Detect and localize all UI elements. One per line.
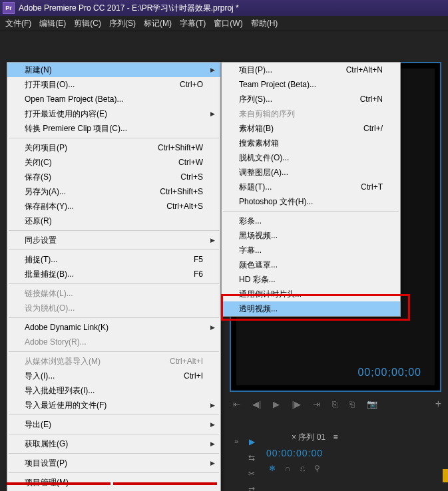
file-menu-item: 设为脱机(O)... (7, 301, 220, 315)
menu-item-label: 从媒体浏览器导入(M) (25, 356, 101, 367)
app-logo: Pr (3, 2, 15, 14)
timeline-timecode[interactable]: 00:00:00:00 (266, 448, 323, 458)
file-menu-item[interactable]: 项目设置(P)▶ (7, 456, 220, 470)
menu-sequence[interactable]: 序列(S) (105, 17, 140, 31)
new-menu-item[interactable]: 彩条... (222, 214, 400, 228)
settings-icon[interactable]: ⚲ (314, 464, 320, 473)
slip-tool-icon[interactable]: ⇄ (248, 485, 255, 491)
marker-icon[interactable]: ∩ (285, 464, 291, 473)
ripple-tool-icon[interactable]: ✂ (248, 469, 255, 478)
timeline-snap-icons: ❄ ∩ ⎌ ⚲ (269, 464, 320, 473)
menu-item-label: 获取属性(G) (25, 438, 68, 450)
file-menu-item[interactable]: 导入批处理列表(I)... (7, 383, 220, 398)
menu-shortcut: Ctrl+Alt+S (166, 202, 203, 211)
menu-item-label: 序列(S)... (239, 94, 272, 105)
play-icon[interactable]: ▶ (273, 399, 280, 409)
new-menu-item[interactable]: 标题(T)...Ctrl+T (222, 180, 400, 194)
export-frame-icon[interactable]: 📷 (367, 399, 377, 409)
sequence-tab[interactable]: × 序列 01 ≡ (292, 432, 337, 443)
snap-icon[interactable]: ❄ (269, 464, 276, 473)
track-select-icon[interactable]: ⇆ (248, 453, 255, 462)
file-menu-item[interactable]: 关闭(C)Ctrl+W (7, 155, 220, 170)
file-menu-item[interactable]: Adobe Dynamic Link(K)▶ (7, 320, 220, 335)
new-menu-item[interactable]: 序列(S)...Ctrl+N (222, 92, 400, 106)
menu-shortcut: F6 (194, 269, 203, 279)
menu-file[interactable]: 文件(F) (1, 17, 35, 31)
file-menu-item[interactable]: 保存(S)Ctrl+S (7, 170, 220, 184)
file-menu-item[interactable]: 新建(N)▶ (7, 63, 220, 77)
file-menu-item[interactable]: 关闭项目(P)Ctrl+Shift+W (7, 140, 220, 155)
file-menu-item[interactable]: 打开项目(O)...Ctrl+O (7, 77, 220, 92)
menu-marker[interactable]: 标记(M) (140, 17, 176, 31)
file-menu-item[interactable]: 保存副本(Y)...Ctrl+Alt+S (7, 199, 220, 214)
file-menu-item[interactable]: 同步设置▶ (7, 233, 220, 247)
file-menu-item[interactable]: 导出(E)▶ (7, 417, 220, 432)
new-menu-item[interactable]: 项目(P)...Ctrl+Alt+N (222, 63, 400, 77)
file-menu: 新建(N)▶打开项目(O)...Ctrl+OOpen Team Project … (7, 62, 221, 491)
step-fwd-icon[interactable]: |▶ (292, 399, 300, 409)
menu-item-label: 通用倒计时片头... (239, 289, 302, 300)
file-menu-item[interactable]: 捕捉(T)...F5 (7, 252, 220, 267)
new-menu-item[interactable]: Team Project (Beta)... (222, 77, 400, 92)
menu-item-label: Open Team Project (Beta)... (25, 94, 124, 104)
menu-item-label: 导入批处理列表(I)... (25, 385, 95, 397)
new-menu-item[interactable]: 黑场视频... (222, 228, 400, 243)
menu-help[interactable]: 帮助(H) (247, 17, 282, 31)
add-button-icon[interactable]: + (435, 398, 441, 410)
file-menu-item[interactable]: 打开最近使用的内容(E)▶ (7, 106, 220, 121)
new-menu-item[interactable]: 搜索素材箱 (222, 136, 400, 150)
file-menu-item[interactable]: Open Team Project (Beta)... (7, 92, 220, 106)
file-menu-item[interactable]: 批量捕捉(B)...F6 (7, 267, 220, 281)
new-menu-item[interactable]: 通用倒计时片头... (222, 287, 400, 301)
new-menu-item[interactable]: 字幕... (222, 243, 400, 257)
selection-tool-icon[interactable]: ▶ (249, 437, 255, 446)
new-menu-item: 来自剪辑的序列 (222, 106, 400, 121)
menu-item-label: 转换 Premiere Clip 项目(C)... (25, 123, 127, 134)
new-menu-item[interactable]: Photoshop 文件(H)... (222, 194, 400, 209)
menu-item-label: Photoshop 文件(H)... (239, 196, 313, 208)
goto-in-icon[interactable]: ⇤ (233, 399, 240, 409)
menu-item-label: 关闭(C) (25, 157, 52, 168)
file-menu-item: 从媒体浏览器导入(M)Ctrl+Alt+I (7, 354, 220, 369)
file-menu-item[interactable]: 另存为(A)...Ctrl+Shift+S (7, 184, 220, 199)
file-menu-item[interactable]: 获取属性(G)▶ (7, 436, 220, 451)
menu-shortcut: Ctrl+S (180, 172, 203, 182)
lift-icon[interactable]: ⎘ (332, 399, 337, 409)
menu-subtitle[interactable]: 字幕(T) (176, 17, 210, 31)
chevron-right-icon[interactable]: » (234, 437, 238, 445)
menu-item-label: 同步设置 (25, 235, 57, 246)
extract-icon[interactable]: ⎗ (349, 399, 355, 409)
menu-item-label: 脱机文件(O)... (239, 152, 289, 164)
menu-shortcut: Ctrl+/ (363, 124, 383, 133)
file-menu-item[interactable]: 还原(R) (7, 214, 220, 228)
submenu-arrow-icon: ▶ (210, 402, 215, 409)
panel-expand-arrows[interactable]: » (232, 437, 241, 445)
new-menu-item[interactable]: HD 彩条... (222, 272, 400, 287)
tab-menu-icon[interactable]: ≡ (333, 432, 337, 442)
menu-item-label: HD 彩条... (239, 274, 276, 285)
menu-shortcut: Ctrl+O (180, 80, 203, 89)
menu-edit[interactable]: 编辑(E) (35, 17, 70, 31)
file-menu-item[interactable]: 转换 Premiere Clip 项目(C)... (7, 121, 220, 136)
menu-item-label: 设为脱机(O)... (25, 303, 75, 314)
submenu-arrow-icon: ▶ (210, 324, 215, 331)
new-menu-item[interactable]: 素材箱(B)Ctrl+/ (222, 121, 400, 136)
transport-bar: ⇤ ◀| ▶ |▶ ⇥ ⎘ ⎗ 📷 + (233, 396, 441, 412)
file-menu-item[interactable]: 导入最近使用的文件(F)▶ (7, 398, 220, 412)
bottom-strip (7, 482, 220, 491)
submenu-arrow-icon: ▶ (210, 440, 215, 447)
new-menu-item[interactable]: 调整图层(A)... (222, 165, 400, 180)
new-menu-item[interactable]: 颜色遮罩... (222, 257, 400, 272)
goto-out-icon[interactable]: ⇥ (313, 399, 320, 409)
step-back-icon[interactable]: ◀| (252, 399, 261, 409)
close-icon[interactable]: × (292, 432, 296, 442)
menu-clip[interactable]: 剪辑(C) (70, 17, 105, 31)
menu-window[interactable]: 窗口(W) (210, 17, 246, 31)
new-menu-item[interactable]: 透明视频... (222, 301, 400, 316)
menu-item-label: 项目设置(P) (25, 458, 67, 469)
new-menu-item[interactable]: 脱机文件(O)... (222, 150, 400, 165)
timeline-tools: ▶ ⇆ ✂ ⇄ (245, 437, 258, 491)
link-icon[interactable]: ⎌ (300, 464, 305, 473)
file-menu-item[interactable]: 导入(I)...Ctrl+I (7, 369, 220, 383)
menu-shortcut: Ctrl+Alt+I (170, 357, 203, 366)
